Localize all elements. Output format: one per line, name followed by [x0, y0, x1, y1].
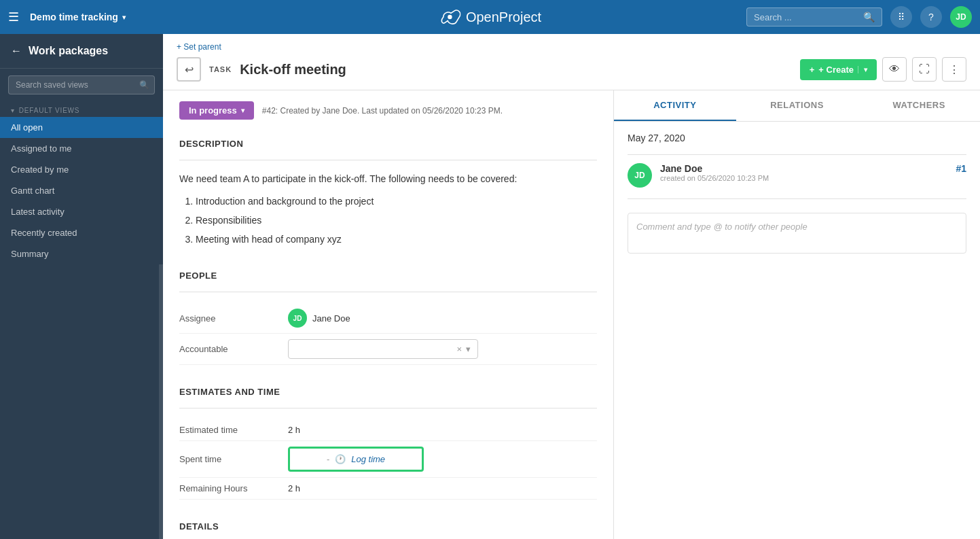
- estimated-time-row: Estimated time 2 h: [179, 419, 597, 441]
- activity-separator: [628, 154, 966, 155]
- sidebar-search-icon: 🔍: [139, 80, 149, 90]
- create-button[interactable]: + + Create ▾: [800, 59, 877, 80]
- sidebar-item-latest-activity[interactable]: Latest activity: [0, 201, 163, 222]
- sidebar-title: Work packages: [29, 45, 108, 57]
- sidebar-back-arrow[interactable]: ←: [11, 45, 22, 57]
- sidebar-section-chevron: ▾: [11, 107, 15, 114]
- activity-author: Jane Doe: [660, 163, 947, 174]
- create-plus-icon: +: [810, 65, 815, 75]
- tab-activity[interactable]: ACTIVITY: [614, 90, 736, 121]
- log-time-label: Log time: [351, 454, 385, 464]
- people-section: PEOPLE Assignee JD Jane Doe Accountable: [179, 265, 597, 365]
- activity-date: May 27, 2020: [628, 133, 966, 143]
- project-name[interactable]: Demo time tracking ▾: [30, 12, 126, 22]
- comment-separator: [628, 198, 966, 199]
- estimated-time-value: 2 h: [288, 425, 597, 435]
- spent-time-value: - 🕐 Log time: [288, 447, 597, 472]
- accountable-select[interactable]: × ▾: [288, 339, 478, 359]
- dropdown-arrow-icon[interactable]: ▾: [466, 344, 471, 354]
- right-panel-body: May 27, 2020 JD Jane Doe created on 05/2…: [614, 122, 980, 539]
- activity-content: Jane Doe created on 05/26/2020 10:23 PM: [660, 163, 947, 182]
- sidebar-search-area: 🔍: [0, 69, 163, 101]
- wp-type: TASK: [209, 65, 232, 73]
- grid-icon[interactable]: ⠿: [890, 6, 912, 28]
- list-item: Responsibilities: [196, 211, 597, 230]
- spent-time-label: Spent time: [179, 454, 288, 464]
- assignee-row: Assignee JD Jane Doe: [179, 303, 597, 334]
- list-item: Introduction and background to the proje…: [196, 192, 597, 211]
- svg-point-0: [448, 15, 452, 19]
- right-panel: ACTIVITY RELATIONS WATCHERS May 27, 2020…: [613, 90, 980, 539]
- search-icon: 🔍: [863, 12, 875, 22]
- more-options-button[interactable]: ⋮: [942, 57, 966, 82]
- description-divider: [179, 160, 597, 160]
- sidebar-item-summary[interactable]: Summary: [0, 243, 163, 264]
- tab-relations[interactable]: RELATIONS: [736, 90, 858, 121]
- details-label: DETAILS: [179, 516, 597, 532]
- list-item: Meeting with head of company xyz: [196, 230, 597, 249]
- content-body: In progress ▾ #42: Created by Jane Doe. …: [163, 90, 980, 539]
- accountable-row: Accountable × ▾: [179, 334, 597, 365]
- estimates-section: ESTIMATES AND TIME Estimated time 2 h Sp…: [179, 381, 597, 500]
- status-chevron-icon: ▾: [241, 107, 244, 114]
- sidebar-section-label: ▾ DEFAULT VIEWS: [0, 101, 163, 117]
- expand-icon-button[interactable]: ⛶: [912, 57, 937, 82]
- description-intro: We need team A to participate in the kic…: [179, 171, 597, 186]
- status-row: In progress ▾ #42: Created by Jane Doe. …: [179, 101, 597, 120]
- workpackage-header: + Set parent ↩ TASK Kick-off meeting + +…: [163, 34, 980, 90]
- tab-watchers[interactable]: WATCHERS: [858, 90, 980, 121]
- sidebar-item-all-open[interactable]: All open: [0, 117, 163, 138]
- view-icon-button[interactable]: 👁: [882, 57, 907, 82]
- wp-meta: #42: Created by Jane Doe. Last updated o…: [262, 106, 503, 116]
- remaining-hours-value: 2 h: [288, 483, 597, 493]
- comment-input[interactable]: Comment and type @ to notify other peopl…: [628, 213, 966, 254]
- help-icon[interactable]: ?: [920, 6, 942, 28]
- activity-number: #1: [956, 163, 966, 174]
- user-avatar[interactable]: JD: [950, 6, 972, 28]
- activity-time: created on 05/26/2020 10:23 PM: [660, 174, 947, 182]
- nav-right: 🔍 ⠿ ? JD: [746, 6, 972, 28]
- clear-icon[interactable]: ×: [456, 344, 462, 354]
- estimates-divider: [179, 408, 597, 408]
- sidebar-item-gantt-chart[interactable]: Gantt chart: [0, 180, 163, 201]
- description-label: DESCRIPTION: [179, 133, 597, 149]
- hamburger-icon[interactable]: ☰: [8, 10, 19, 24]
- people-label: PEOPLE: [179, 265, 597, 281]
- spent-time-row: Spent time - 🕐 Log time: [179, 441, 597, 478]
- accountable-label: Accountable: [179, 344, 288, 354]
- assignee-label: Assignee: [179, 313, 288, 324]
- wp-name: Kick-off meeting: [240, 62, 346, 77]
- wp-back-button[interactable]: ↩: [177, 57, 201, 82]
- estimated-time-label: Estimated time: [179, 425, 288, 435]
- remaining-hours-label: Remaining Hours: [179, 483, 288, 493]
- clock-icon: 🕐: [335, 454, 346, 464]
- accountable-value[interactable]: × ▾: [288, 339, 597, 359]
- sidebar-header: ← Work packages: [0, 34, 163, 69]
- spent-time-dash: -: [327, 454, 329, 464]
- activity-item: JD Jane Doe created on 05/26/2020 10:23 …: [628, 163, 966, 188]
- wp-title-actions: + + Create ▾ 👁 ⛶ ⋮: [800, 57, 966, 82]
- right-tabs: ACTIVITY RELATIONS WATCHERS: [614, 90, 980, 122]
- description-list: Introduction and background to the proje…: [179, 192, 597, 249]
- sidebar-search-input[interactable]: [8, 75, 155, 94]
- assignee-avatar: JD: [288, 309, 307, 328]
- assignee-value: JD Jane Doe: [288, 309, 597, 328]
- sidebar-item-created-by-me[interactable]: Created by me: [0, 159, 163, 180]
- search-input[interactable]: [754, 12, 858, 22]
- create-chevron-icon: ▾: [858, 66, 867, 73]
- app-logo: OpenProject: [439, 9, 541, 25]
- remaining-hours-row: Remaining Hours 2 h: [179, 478, 597, 500]
- search-box[interactable]: 🔍: [746, 7, 882, 27]
- left-panel: In progress ▾ #42: Created by Jane Doe. …: [163, 90, 613, 539]
- status-badge[interactable]: In progress ▾: [179, 101, 254, 120]
- estimates-label: ESTIMATES AND TIME: [179, 381, 597, 397]
- log-time-button[interactable]: - 🕐 Log time: [288, 447, 424, 472]
- set-parent-link[interactable]: + Set parent: [177, 42, 966, 52]
- sidebar-item-assigned-to-me[interactable]: Assigned to me: [0, 138, 163, 159]
- activity-avatar: JD: [628, 163, 652, 188]
- main-content: + Set parent ↩ TASK Kick-off meeting + +…: [163, 34, 980, 539]
- wp-title-row: ↩ TASK Kick-off meeting + + Create ▾ 👁 ⛶…: [177, 57, 966, 90]
- top-nav: ☰ Demo time tracking ▾ OpenProject 🔍 ⠿ ?…: [0, 0, 980, 34]
- project-chevron-icon: ▾: [122, 14, 126, 21]
- sidebar-item-recently-created[interactable]: Recently created: [0, 222, 163, 243]
